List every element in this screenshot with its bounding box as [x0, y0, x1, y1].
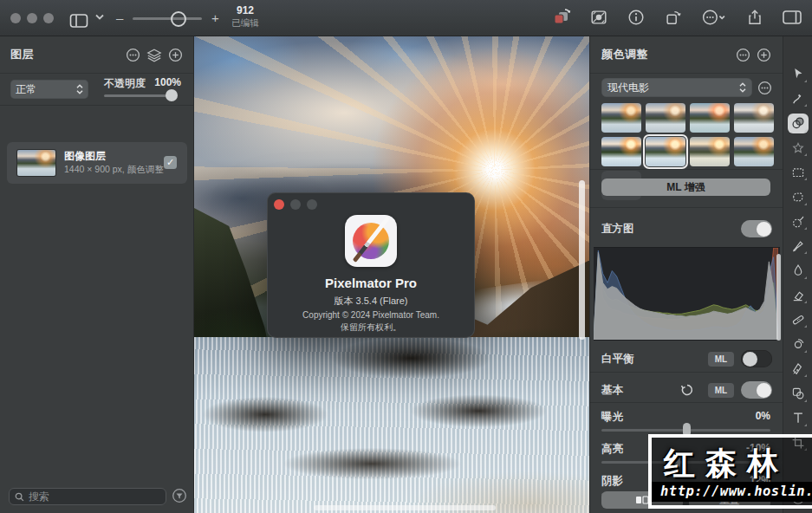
tool-retouch[interactable]	[788, 310, 809, 330]
canvas-area[interactable]: Pixelmator Pro 版本 3.5.4 (Flare) Copyrigh…	[194, 36, 589, 513]
layer-row[interactable]: 图像图层 1440 × 900 px, 颜色调整 ✓	[7, 142, 187, 184]
preset-options-button[interactable]	[757, 81, 772, 95]
dialog-close-button[interactable]	[274, 199, 284, 210]
preset-thumbnail[interactable]	[690, 103, 730, 133]
white-balance-ml-badge[interactable]: ML	[708, 352, 734, 367]
filter-circle-icon	[172, 488, 187, 503]
dialog-zoom-button[interactable]	[307, 199, 317, 210]
blend-mode-select[interactable]: 正常	[10, 80, 88, 99]
tool-smart-selection[interactable]	[788, 211, 809, 231]
tool-submenu-indicator	[804, 276, 807, 279]
tool-arrange[interactable]	[788, 64, 809, 84]
basic-row: 基本 ML	[601, 381, 772, 399]
zoom-slider-track[interactable]	[133, 17, 202, 20]
sidebar-toggle-button[interactable]	[68, 10, 90, 32]
window-zoom-button[interactable]	[43, 13, 54, 23]
tool-clone[interactable]	[788, 334, 809, 354]
layers-panel: 图层 正常 不透明度	[0, 36, 194, 513]
histogram-series-luminance	[594, 252, 778, 340]
color-swatch-button[interactable]	[550, 6, 573, 29]
histogram-toggle[interactable]	[741, 220, 772, 237]
tool-submenu-indicator	[804, 325, 807, 328]
layers-stack-icon[interactable]	[146, 48, 162, 62]
basic-ml-badge[interactable]: ML	[708, 383, 734, 398]
right-sidebar-toggle-button[interactable]	[781, 6, 803, 29]
app-name: Pixelmator Pro	[267, 276, 475, 290]
preset-thumbnail[interactable]	[734, 137, 774, 166]
sidebar-left-icon	[69, 13, 88, 29]
preset-preview-image	[690, 103, 730, 133]
basic-toggle[interactable]	[741, 381, 772, 399]
add-layer-button[interactable]	[168, 48, 183, 62]
layer-name: 图像图层	[64, 149, 106, 164]
zoom-out-button[interactable]: –	[116, 10, 123, 25]
tool-pen[interactable]	[788, 359, 809, 379]
layers-filter-button[interactable]	[172, 488, 187, 503]
effects-browser-button[interactable]	[588, 6, 610, 29]
white-balance-toggle[interactable]	[741, 350, 772, 367]
zoom-slider-knob[interactable]	[171, 11, 186, 27]
ml-enhance-button[interactable]: ML 增强	[601, 179, 770, 196]
tool-style[interactable]	[788, 88, 809, 108]
compare-icon	[635, 495, 649, 505]
tool-erase[interactable]	[788, 285, 809, 305]
tool-paint[interactable]	[788, 237, 809, 256]
search-input[interactable]: 搜索	[9, 488, 166, 505]
slider-label: 阴影	[601, 474, 623, 489]
view-options-chevron[interactable]	[95, 14, 104, 20]
panel-scrollbar[interactable]	[776, 254, 781, 341]
canvas-vertical-scrollbar[interactable]	[579, 180, 585, 340]
share-button[interactable]	[744, 6, 766, 29]
preset-thumbnail[interactable]	[646, 103, 685, 133]
layers-options-button[interactable]	[126, 48, 140, 62]
preset-preview-image	[734, 103, 774, 133]
tool-color-adjustments[interactable]	[788, 114, 809, 133]
slider-label: 高亮	[601, 442, 623, 457]
rotate-icon	[664, 8, 683, 27]
histogram-label: 直方图	[601, 222, 634, 237]
more-tools-button[interactable]	[699, 6, 729, 29]
tool-type[interactable]	[788, 408, 809, 428]
basic-label: 基本	[601, 383, 623, 398]
reset-icon[interactable]	[680, 383, 694, 397]
white-balance-label: 白平衡	[601, 352, 634, 367]
preset-preview-image	[646, 137, 685, 166]
preset-preview-image	[734, 137, 774, 166]
layers-panel-title: 图层	[10, 47, 34, 62]
watermark-overlay: 红森林 http://www.hoslin.cn/	[648, 434, 812, 509]
histogram-chart	[594, 247, 780, 341]
watermark-text: 红森林	[664, 443, 789, 485]
canvas-horizontal-scrollbar[interactable]	[314, 505, 496, 510]
zoom-in-button[interactable]: +	[211, 10, 219, 25]
preset-thumbnail[interactable]	[734, 103, 774, 133]
app-version: 版本 3.5.4 (Flare)	[267, 295, 475, 308]
tool-submenu-indicator	[804, 129, 807, 132]
dialog-minimize-button[interactable]	[290, 199, 301, 210]
add-adjustment-button[interactable]	[757, 48, 771, 62]
opacity-value: 100%	[154, 76, 181, 88]
tool-effects[interactable]	[788, 138, 809, 158]
copyright-line1: Copyright © 2024 Pixelmator Team.	[267, 310, 475, 320]
preset-thumbnail[interactable]	[601, 137, 641, 166]
tool-submenu-indicator	[804, 251, 807, 254]
about-dialog: Pixelmator Pro 版本 3.5.4 (Flare) Copyrigh…	[267, 192, 475, 338]
rotate-canvas-button[interactable]	[662, 6, 685, 29]
opacity-slider-knob[interactable]	[166, 89, 178, 101]
tool-shape[interactable]	[788, 384, 809, 404]
tool-free-selection[interactable]	[788, 187, 809, 207]
preset-thumbnail[interactable]	[601, 103, 641, 133]
layer-visibility-checkbox[interactable]: ✓	[164, 156, 177, 169]
share-icon	[745, 8, 764, 27]
tool-smudge[interactable]	[788, 261, 809, 281]
info-button[interactable]	[625, 6, 647, 29]
tool-submenu-indicator	[804, 80, 807, 82]
opacity-slider-track[interactable]	[104, 94, 169, 97]
tool-rect-selection[interactable]	[788, 162, 809, 182]
preset-group-select[interactable]: 现代电影	[601, 78, 752, 97]
preset-preview-image	[690, 137, 730, 166]
window-close-button[interactable]	[10, 13, 21, 23]
adjustments-options-button[interactable]	[736, 48, 750, 62]
preset-thumbnail[interactable]	[690, 137, 730, 166]
window-minimize-button[interactable]	[27, 13, 37, 23]
preset-thumbnail[interactable]	[646, 137, 685, 166]
